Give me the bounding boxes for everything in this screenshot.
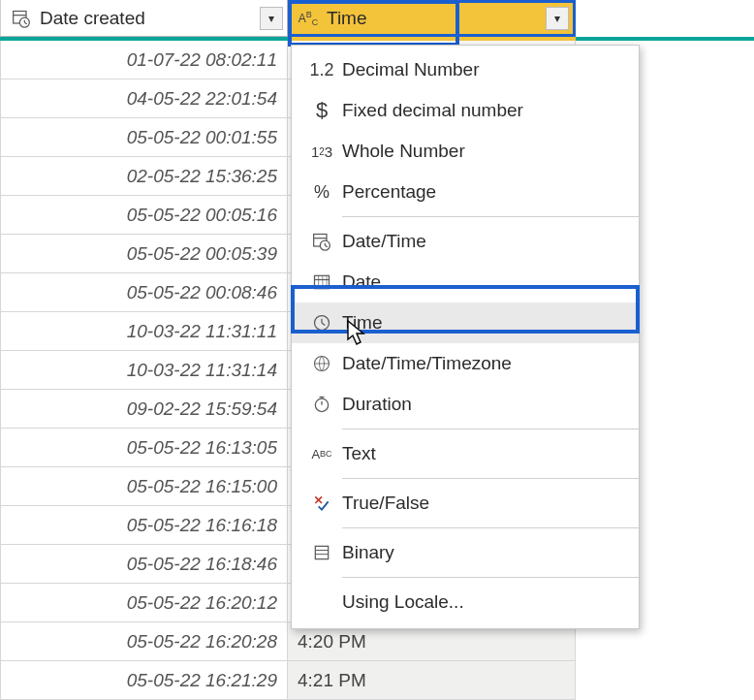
datetime-icon xyxy=(9,9,34,28)
type-option-percentage[interactable]: % Percentage xyxy=(292,172,639,212)
type-option-text[interactable]: ABC Text xyxy=(292,433,639,474)
column-title: Time xyxy=(327,8,536,29)
menu-label: Date/Time/Timezone xyxy=(342,353,629,374)
bool-icon xyxy=(301,493,342,513)
menu-separator xyxy=(342,429,639,430)
cell-date[interactable]: 05-05-22 16:16:18 xyxy=(0,506,288,545)
column-title: Date created xyxy=(40,8,250,29)
cell-date[interactable]: 05-05-22 16:15:00 xyxy=(0,467,288,506)
time-icon xyxy=(301,313,342,333)
cell-date[interactable]: 05-05-22 00:08:46 xyxy=(0,273,288,312)
menu-label: Time xyxy=(342,312,629,334)
menu-label: Fixed decimal number xyxy=(342,100,629,121)
table-row: 05-05-22 16:21:294:21 PM xyxy=(0,661,754,700)
currency-icon: $ xyxy=(301,98,342,123)
cell-time[interactable]: 4:21 PM xyxy=(288,661,576,700)
menu-label: Decimal Number xyxy=(342,59,629,80)
type-option-decimal[interactable]: 1.2 Decimal Number xyxy=(292,49,639,90)
decimal-icon: 1.2 xyxy=(301,60,342,80)
date-icon xyxy=(301,272,342,292)
type-option-fixed-decimal[interactable]: $ Fixed decimal number xyxy=(292,90,639,131)
type-option-whole-number[interactable]: 123 Whole Number xyxy=(292,131,639,172)
column-filter-button[interactable]: ▾ xyxy=(260,7,283,30)
cell-date[interactable]: 05-05-22 00:05:39 xyxy=(0,235,288,273)
column-header-date-created[interactable]: Date created ▾ xyxy=(0,0,288,37)
percent-icon: % xyxy=(301,182,342,203)
globe-icon xyxy=(301,354,342,373)
menu-label: Duration xyxy=(342,394,629,415)
cell-date[interactable]: 02-05-22 15:36:25 xyxy=(0,157,288,196)
svg-line-17 xyxy=(322,323,325,326)
datetime-icon xyxy=(301,232,342,251)
menu-label: Percentage xyxy=(342,181,629,203)
type-option-date[interactable]: Date xyxy=(292,262,639,302)
duration-icon xyxy=(301,395,342,414)
svg-point-2 xyxy=(19,17,29,27)
type-option-true-false[interactable]: True/False xyxy=(292,483,639,524)
cell-date[interactable]: 05-05-22 16:18:46 xyxy=(0,545,288,584)
type-option-datetime-timezone[interactable]: Date/Time/Timezone xyxy=(292,343,639,384)
type-dropdown-menu: 1.2 Decimal Number $ Fixed decimal numbe… xyxy=(291,45,640,629)
column-header-time[interactable]: ABC Time ▾ xyxy=(288,0,576,37)
menu-label: Date xyxy=(342,271,629,293)
menu-separator xyxy=(342,216,639,217)
text-type-icon: ABC xyxy=(296,10,321,27)
cell-date[interactable]: 05-05-22 16:20:12 xyxy=(0,584,288,622)
cell-date[interactable]: 05-05-22 16:13:05 xyxy=(0,429,288,467)
data-grid: Date created ▾ ABC Time ▾ 01-07-22 08:02… xyxy=(0,0,754,700)
menu-separator xyxy=(342,478,639,479)
cell-date[interactable]: 10-03-22 11:31:11 xyxy=(0,312,288,351)
menu-label: Text xyxy=(342,443,629,464)
column-filter-button[interactable]: ▾ xyxy=(546,7,569,30)
binary-icon xyxy=(301,543,342,562)
cell-date[interactable]: 10-03-22 11:31:14 xyxy=(0,351,288,390)
cell-date[interactable]: 05-05-22 00:01:55 xyxy=(0,118,288,157)
menu-separator xyxy=(342,577,639,578)
type-option-binary[interactable]: Binary xyxy=(292,532,639,573)
menu-label: Date/Time xyxy=(342,231,629,252)
menu-label: Whole Number xyxy=(342,141,629,162)
whole-number-icon: 123 xyxy=(301,143,342,160)
text-icon: ABC xyxy=(301,447,342,461)
menu-label: True/False xyxy=(342,493,629,514)
menu-label: Using Locale... xyxy=(342,591,629,613)
cell-date[interactable]: 05-05-22 00:05:16 xyxy=(0,196,288,235)
column-header-row: Date created ▾ ABC Time ▾ xyxy=(0,0,754,41)
svg-rect-25 xyxy=(315,546,328,558)
type-option-time[interactable]: Time xyxy=(292,302,639,343)
type-option-using-locale[interactable]: Using Locale... xyxy=(292,582,639,622)
cell-date[interactable]: 05-05-22 16:20:28 xyxy=(0,622,288,661)
cell-date[interactable]: 05-05-22 16:21:29 xyxy=(0,661,288,700)
cell-date[interactable]: 01-07-22 08:02:11 xyxy=(0,41,288,80)
menu-label: Binary xyxy=(342,542,629,563)
cell-date[interactable]: 04-05-22 22:01:54 xyxy=(0,80,288,118)
menu-separator xyxy=(342,527,639,528)
type-option-datetime[interactable]: Date/Time xyxy=(292,221,639,262)
cell-date[interactable]: 09-02-22 15:59:54 xyxy=(0,390,288,429)
type-option-duration[interactable]: Duration xyxy=(292,384,639,425)
